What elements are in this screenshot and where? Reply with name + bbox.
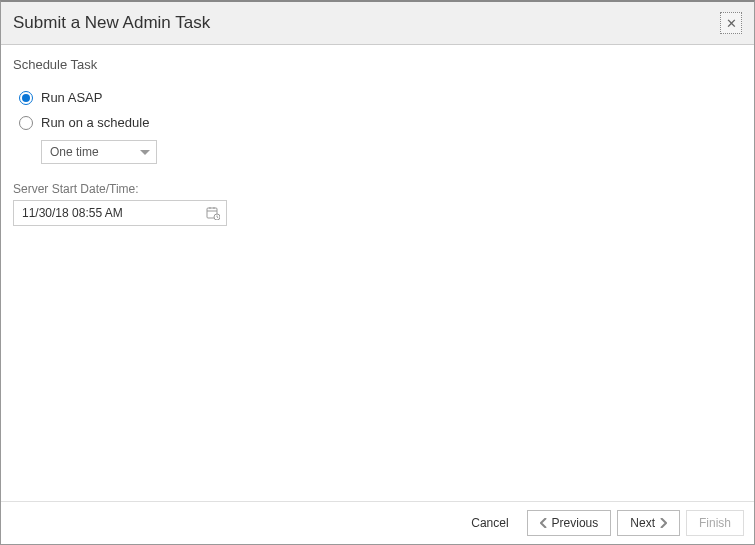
- radio-row-schedule[interactable]: Run on a schedule: [19, 115, 742, 130]
- start-datetime-input[interactable]: 11/30/18 08:55 AM: [13, 200, 227, 226]
- close-button[interactable]: ✕: [720, 12, 742, 34]
- start-datetime-value: 11/30/18 08:55 AM: [22, 206, 123, 220]
- calendar-icon: [206, 206, 220, 220]
- admin-task-dialog: Submit a New Admin Task ✕ Schedule Task …: [0, 0, 755, 545]
- section-label: Schedule Task: [13, 57, 742, 72]
- previous-label: Previous: [552, 516, 599, 530]
- svg-line-6: [217, 217, 218, 218]
- chevron-down-icon: [140, 145, 150, 159]
- next-button[interactable]: Next: [617, 510, 680, 536]
- radio-asap-label: Run ASAP: [41, 90, 102, 105]
- dialog-footer: Cancel Previous Next Finish: [1, 501, 754, 544]
- run-mode-radio-group: Run ASAP Run on a schedule One time: [19, 90, 742, 164]
- previous-button[interactable]: Previous: [527, 510, 612, 536]
- finish-label: Finish: [699, 516, 731, 530]
- cancel-button[interactable]: Cancel: [459, 510, 520, 536]
- next-label: Next: [630, 516, 655, 530]
- chevron-right-icon: [659, 516, 667, 531]
- chevron-left-icon: [540, 516, 548, 531]
- dialog-title: Submit a New Admin Task: [13, 13, 210, 33]
- start-datetime-label: Server Start Date/Time:: [13, 182, 742, 196]
- finish-button: Finish: [686, 510, 744, 536]
- close-icon: ✕: [726, 17, 737, 30]
- radio-row-asap[interactable]: Run ASAP: [19, 90, 742, 105]
- cancel-label: Cancel: [471, 516, 508, 530]
- radio-schedule-label: Run on a schedule: [41, 115, 149, 130]
- schedule-mode-select[interactable]: One time: [41, 140, 157, 164]
- dialog-content: Schedule Task Run ASAP Run on a schedule…: [1, 45, 754, 501]
- schedule-mode-value: One time: [50, 145, 99, 159]
- radio-asap[interactable]: [19, 91, 33, 105]
- radio-schedule[interactable]: [19, 116, 33, 130]
- titlebar: Submit a New Admin Task ✕: [1, 2, 754, 45]
